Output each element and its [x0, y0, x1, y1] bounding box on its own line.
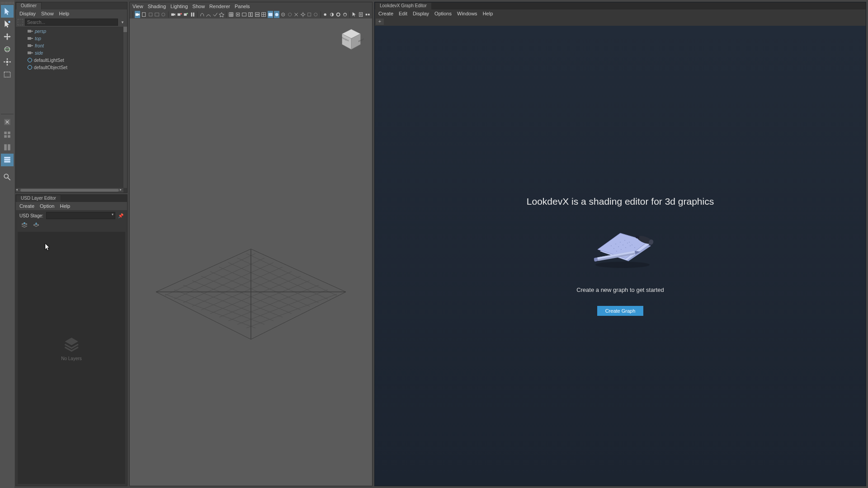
resolution-icon[interactable] — [183, 11, 189, 18]
gamma-icon[interactable] — [329, 11, 335, 18]
usd-tab[interactable]: USD Layer Editor — [16, 195, 127, 202]
search-input[interactable] — [25, 19, 118, 26]
grid-b-tool[interactable] — [1, 141, 14, 154]
field-chart-icon[interactable] — [190, 11, 195, 18]
viewcube[interactable]: FRONT RIGHT — [339, 27, 364, 52]
aa-icon[interactable] — [307, 11, 312, 18]
joint-xray-icon[interactable] — [212, 11, 218, 18]
script-icon[interactable] — [358, 11, 363, 18]
menu-help[interactable]: Help — [59, 11, 70, 16]
gate-icon[interactable] — [177, 11, 182, 18]
menu-shading[interactable]: Shading — [148, 4, 166, 9]
select-tool[interactable] — [1, 5, 14, 18]
motion-blur-icon[interactable] — [293, 11, 299, 18]
menu-help[interactable]: Help — [60, 203, 70, 209]
tree-item-lightset[interactable]: defaultLightSet — [16, 56, 123, 64]
bookmark-icon[interactable] — [141, 11, 146, 18]
xray-icon[interactable] — [206, 11, 211, 18]
shade-icon[interactable] — [255, 11, 260, 18]
svg-rect-17 — [4, 159, 10, 160]
menu-help[interactable]: Help — [483, 11, 493, 16]
menu-windows[interactable]: Windows — [457, 11, 477, 16]
outliner-tab[interactable]: Outliner — [16, 2, 127, 9]
grid-a-tool[interactable] — [1, 128, 14, 141]
lock-icon[interactable] — [148, 11, 153, 18]
image-plane-icon[interactable] — [154, 11, 160, 18]
ghost-icon[interactable] — [199, 11, 205, 18]
toolbox-grip[interactable] — [1, 2, 14, 4]
menu-show[interactable]: Show — [193, 4, 205, 9]
lookdev-tab[interactable]: LookdevX Graph Editor — [375, 2, 866, 9]
tree-item-top[interactable]: top — [16, 35, 123, 42]
shadow-icon[interactable] — [280, 11, 286, 18]
scale-tool[interactable] — [1, 56, 14, 68]
isolate-icon[interactable] — [219, 11, 224, 18]
lookdev-subheading: Create a new graph to get started — [576, 286, 664, 293]
usd-body[interactable]: No Layers — [18, 232, 125, 484]
select-camera-icon[interactable] — [135, 11, 140, 18]
svg-rect-5 — [9, 61, 11, 62]
search-dropdown-icon[interactable]: ▼ — [120, 20, 125, 24]
film-icon[interactable] — [170, 11, 176, 18]
safe-icon[interactable] — [241, 11, 247, 18]
snap-tool[interactable] — [1, 116, 14, 128]
menu-option[interactable]: Option — [40, 203, 54, 209]
hud-icon[interactable] — [365, 11, 370, 18]
ao-icon[interactable] — [287, 11, 292, 18]
pin-icon[interactable]: 📌 — [118, 213, 123, 218]
svg-rect-38 — [255, 15, 259, 17]
menu-display[interactable]: Display — [413, 11, 429, 16]
cm-icon[interactable] — [335, 11, 341, 18]
outliner-tree[interactable]: persp top front side defaultLightSet def… — [16, 27, 127, 192]
menu-display[interactable]: Display — [19, 11, 36, 16]
menu-lighting[interactable]: Lighting — [170, 4, 188, 9]
svg-point-61 — [629, 242, 630, 243]
menu-view[interactable]: View — [132, 4, 143, 9]
stage-dropdown[interactable] — [46, 212, 115, 219]
menu-panels[interactable]: Panels — [235, 4, 250, 9]
lookdev-canvas[interactable]: LookdevX is a shading editor for 3d grap… — [375, 26, 866, 486]
tree-item-objectset[interactable]: defaultObjectSet — [16, 64, 123, 71]
shaded-icon[interactable] — [268, 11, 273, 18]
texture-icon[interactable] — [261, 11, 266, 18]
add-layer-button[interactable] — [20, 222, 28, 229]
import-layer-button[interactable] — [32, 222, 40, 229]
soft-shadow-icon[interactable] — [313, 11, 318, 18]
cm2-icon[interactable] — [342, 11, 348, 18]
wireframe-icon[interactable] — [248, 11, 253, 18]
svg-point-27 — [180, 13, 182, 14]
add-tab-button[interactable]: + — [376, 19, 384, 25]
svg-rect-53 — [365, 14, 367, 15]
rotate-tool[interactable] — [1, 43, 14, 56]
create-graph-button[interactable]: Create Graph — [597, 306, 644, 316]
ground-grid — [151, 238, 350, 342]
2d-pan-icon[interactable] — [160, 11, 166, 18]
menu-edit[interactable]: Edit — [399, 11, 407, 16]
menu-create[interactable]: Create — [378, 11, 393, 16]
light-icon[interactable] — [274, 11, 279, 18]
tree-item-front[interactable]: front — [16, 42, 123, 49]
tree-item-side[interactable]: side — [16, 49, 123, 56]
grid-icon[interactable] — [228, 11, 234, 18]
rect-tool[interactable] — [1, 68, 14, 81]
filter-icon[interactable] — [18, 19, 23, 25]
hscrollbar[interactable]: ◂▸ — [16, 188, 123, 192]
pick-icon[interactable] — [352, 11, 357, 18]
lasso-tool[interactable] — [1, 18, 14, 30]
menu-options[interactable]: Options — [434, 11, 452, 16]
overscan-icon[interactable] — [235, 11, 241, 18]
svg-rect-35 — [249, 13, 250, 17]
viewport-3d[interactable]: FRONT RIGHT — [130, 19, 372, 486]
menu-renderer[interactable]: Renderer — [209, 4, 230, 9]
exposure-icon[interactable] — [322, 11, 328, 18]
menu-create[interactable]: Create — [19, 203, 34, 209]
move-tool[interactable] — [1, 30, 14, 43]
dof-icon[interactable] — [300, 11, 306, 18]
tree-item-persp[interactable]: persp — [16, 28, 123, 35]
search-tool[interactable] — [1, 171, 14, 183]
camera-icon — [28, 51, 33, 55]
svg-rect-31 — [193, 13, 194, 17]
menu-show[interactable]: Show — [41, 11, 54, 16]
vscrollbar[interactable] — [123, 27, 127, 188]
layout-tool[interactable] — [1, 154, 14, 166]
